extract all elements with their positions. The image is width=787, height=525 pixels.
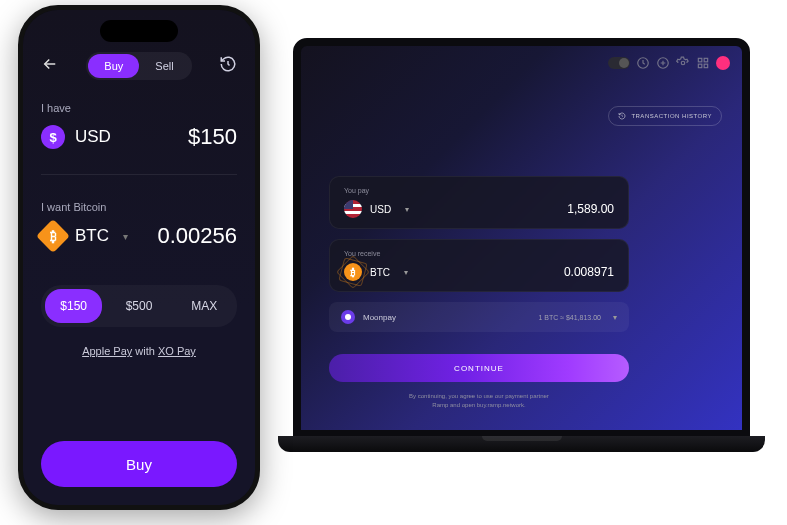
divider [41,174,237,175]
avatar[interactable] [716,56,730,70]
transaction-history-button[interactable]: TRANSACTION HISTORY [608,106,722,126]
back-button[interactable] [41,55,59,77]
svg-point-2 [681,61,685,65]
laptop-device: TRANSACTION HISTORY You pay USD ▾ 1,589.… [278,38,765,470]
svg-rect-5 [698,64,702,68]
receive-currency: BTC [370,267,390,278]
theme-toggle[interactable] [608,57,630,69]
receive-label: You receive [344,250,614,257]
buy-sell-tabs: Buy Sell [86,52,191,80]
pay-label: You pay [344,187,614,194]
desktop-topbar [608,56,730,70]
payment-method-note[interactable]: Apple Pay with XO Pay [41,345,237,357]
have-currency: USD [75,127,111,147]
svg-rect-6 [704,64,708,68]
apple-pay-link: Apple Pay [82,345,132,357]
xo-pay-link: XO Pay [158,345,196,357]
want-currency: BTC [75,226,109,246]
tab-buy[interactable]: Buy [88,54,139,78]
preset-500[interactable]: $500 [110,289,167,323]
chevron-down-icon: ▾ [613,313,617,322]
preset-150[interactable]: $150 [45,289,102,323]
btc-icon: ₿ [344,263,362,281]
usd-symbol: $ [49,130,56,145]
tab-sell[interactable]: Sell [139,54,189,78]
history-icon[interactable] [636,56,650,70]
settings-icon[interactable] [676,56,690,70]
receive-card: You receive ₿ BTC ▾ 0.008971 [329,239,629,292]
us-flag-icon [344,200,362,218]
desktop-app: TRANSACTION HISTORY You pay USD ▾ 1,589.… [293,38,750,438]
svg-rect-4 [704,58,708,62]
have-amount[interactable]: $150 [188,124,237,150]
moonpay-icon [341,310,355,324]
svg-rect-3 [698,58,702,62]
disclaimer-line1: By continuing, you agree to use our paym… [329,392,629,401]
mobile-app: Buy Sell I have $ USD $150 I want Bitcoi… [23,10,255,505]
amount-presets: $150 $500 MAX [41,285,237,327]
pay-note-mid: with [132,345,158,357]
provider-name: Moonpay [363,313,396,322]
receive-currency-selector[interactable]: ₿ BTC ▾ [344,263,408,281]
buy-button[interactable]: Buy [41,441,237,487]
phone-notch [100,20,178,42]
transaction-history-label: TRANSACTION HISTORY [631,113,712,119]
have-label: I have [41,102,237,114]
pay-currency: USD [370,204,391,215]
grid-icon[interactable] [696,56,710,70]
want-amount: 0.00256 [157,223,237,249]
chevron-down-icon: ▾ [123,231,128,242]
want-label: I want Bitcoin [41,201,237,213]
laptop-base [278,436,765,452]
preset-max[interactable]: MAX [176,289,233,323]
pay-card: You pay USD ▾ 1,589.00 [329,176,629,229]
provider-selector[interactable]: Moonpay 1 BTC ≈ $41,813.00 ▾ [329,302,629,332]
history-button[interactable] [219,55,237,77]
phone-device: Buy Sell I have $ USD $150 I want Bitcoi… [18,5,260,510]
chevron-down-icon: ▾ [405,205,409,214]
chevron-down-icon: ▾ [404,268,408,277]
continue-label: CONTINUE [454,364,504,373]
continue-button[interactable]: CONTINUE [329,354,629,382]
pay-currency-selector[interactable]: USD ▾ [344,200,409,218]
btc-icon: ₿ [36,219,70,253]
want-currency-selector[interactable]: ₿ BTC ▾ [41,224,128,248]
plus-icon[interactable] [656,56,670,70]
have-currency-selector[interactable]: $ USD [41,125,111,149]
provider-rate: 1 BTC ≈ $41,813.00 [538,314,601,321]
exchange-panel: You pay USD ▾ 1,589.00 You receive ₿ BTC [329,176,629,410]
disclaimer: By continuing, you agree to use our paym… [329,392,629,410]
pay-amount[interactable]: 1,589.00 [567,202,614,216]
usd-icon: $ [41,125,65,149]
buy-button-label: Buy [126,456,152,473]
receive-amount: 0.008971 [564,265,614,279]
disclaimer-line2: Ramp and open buy.ramp.network. [329,401,629,410]
